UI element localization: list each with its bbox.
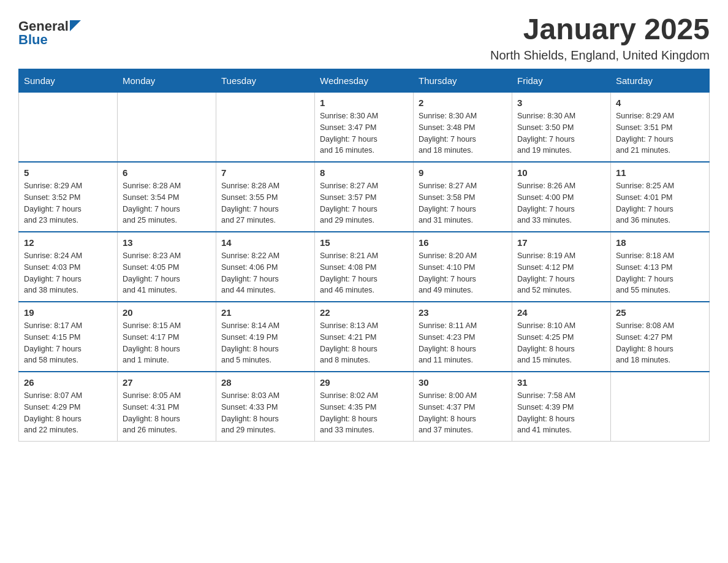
day-info: Sunrise: 8:14 AM Sunset: 4:19 PM Dayligh… [221, 320, 309, 366]
calendar-header-wednesday: Wednesday [315, 69, 414, 93]
calendar-cell: 30Sunrise: 8:00 AM Sunset: 4:37 PM Dayli… [414, 372, 512, 442]
calendar-cell: 5Sunrise: 8:29 AM Sunset: 3:52 PM Daylig… [19, 162, 118, 232]
calendar-header-tuesday: Tuesday [216, 69, 315, 93]
day-info: Sunrise: 8:18 AM Sunset: 4:13 PM Dayligh… [616, 250, 704, 296]
day-info: Sunrise: 8:28 AM Sunset: 3:54 PM Dayligh… [123, 180, 211, 226]
calendar-cell: 20Sunrise: 8:15 AM Sunset: 4:17 PM Dayli… [118, 302, 216, 372]
day-number: 9 [419, 167, 507, 178]
day-info: Sunrise: 8:19 AM Sunset: 4:12 PM Dayligh… [517, 250, 605, 296]
calendar-header-friday: Friday [512, 69, 611, 93]
calendar-cell: 24Sunrise: 8:10 AM Sunset: 4:25 PM Dayli… [512, 302, 611, 372]
calendar-cell [19, 93, 118, 163]
day-info: Sunrise: 8:21 AM Sunset: 4:08 PM Dayligh… [320, 250, 408, 296]
calendar-cell [118, 93, 216, 163]
svg-marker-0 [70, 20, 81, 31]
day-number: 4 [616, 98, 704, 108]
day-number: 17 [517, 237, 605, 248]
day-number: 16 [419, 237, 507, 248]
day-number: 10 [517, 167, 605, 178]
day-info: Sunrise: 8:05 AM Sunset: 4:31 PM Dayligh… [123, 390, 211, 436]
day-number: 20 [123, 307, 211, 318]
day-number: 27 [123, 377, 211, 388]
day-info: Sunrise: 8:26 AM Sunset: 4:00 PM Dayligh… [517, 180, 605, 226]
day-number: 25 [616, 307, 704, 318]
calendar-cell [611, 372, 710, 442]
day-info: Sunrise: 8:08 AM Sunset: 4:27 PM Dayligh… [616, 320, 704, 366]
day-info: Sunrise: 8:25 AM Sunset: 4:01 PM Dayligh… [616, 180, 704, 226]
calendar-cell: 13Sunrise: 8:23 AM Sunset: 4:05 PM Dayli… [118, 232, 216, 302]
day-info: Sunrise: 8:22 AM Sunset: 4:06 PM Dayligh… [221, 250, 309, 296]
calendar-cell: 9Sunrise: 8:27 AM Sunset: 3:58 PM Daylig… [414, 162, 512, 232]
day-number: 1 [320, 98, 408, 108]
day-number: 29 [320, 377, 408, 388]
calendar-cell: 8Sunrise: 8:27 AM Sunset: 3:57 PM Daylig… [315, 162, 414, 232]
calendar-cell: 3Sunrise: 8:30 AM Sunset: 3:50 PM Daylig… [512, 93, 611, 163]
day-info: Sunrise: 8:30 AM Sunset: 3:47 PM Dayligh… [320, 110, 408, 156]
calendar-cell: 10Sunrise: 8:26 AM Sunset: 4:00 PM Dayli… [512, 162, 611, 232]
calendar-week-row: 12Sunrise: 8:24 AM Sunset: 4:03 PM Dayli… [19, 232, 710, 302]
day-number: 19 [24, 307, 112, 318]
day-info: Sunrise: 8:10 AM Sunset: 4:25 PM Dayligh… [517, 320, 605, 366]
day-number: 2 [419, 98, 507, 108]
calendar-cell: 1Sunrise: 8:30 AM Sunset: 3:47 PM Daylig… [315, 93, 414, 163]
calendar-cell: 29Sunrise: 8:02 AM Sunset: 4:35 PM Dayli… [315, 372, 414, 442]
calendar-week-row: 1Sunrise: 8:30 AM Sunset: 3:47 PM Daylig… [19, 93, 710, 163]
day-number: 12 [24, 237, 112, 248]
day-number: 8 [320, 167, 408, 178]
day-number: 15 [320, 237, 408, 248]
calendar-cell: 17Sunrise: 8:19 AM Sunset: 4:12 PM Dayli… [512, 232, 611, 302]
day-number: 18 [616, 237, 704, 248]
day-info: Sunrise: 8:23 AM Sunset: 4:05 PM Dayligh… [123, 250, 211, 296]
calendar-cell: 26Sunrise: 8:07 AM Sunset: 4:29 PM Dayli… [19, 372, 118, 442]
day-info: Sunrise: 8:27 AM Sunset: 3:57 PM Dayligh… [320, 180, 408, 226]
logo: General Blue [18, 18, 81, 48]
day-info: Sunrise: 8:13 AM Sunset: 4:21 PM Dayligh… [320, 320, 408, 366]
day-info: Sunrise: 8:02 AM Sunset: 4:35 PM Dayligh… [320, 390, 408, 436]
logo-blue-text: Blue [18, 32, 48, 48]
day-number: 22 [320, 307, 408, 318]
calendar-header-saturday: Saturday [611, 69, 710, 93]
day-info: Sunrise: 8:20 AM Sunset: 4:10 PM Dayligh… [419, 250, 507, 296]
day-number: 13 [123, 237, 211, 248]
day-number: 23 [419, 307, 507, 318]
day-number: 6 [123, 167, 211, 178]
calendar-cell: 2Sunrise: 8:30 AM Sunset: 3:48 PM Daylig… [414, 93, 512, 163]
header: General Blue January 2025 North Shields,… [18, 12, 710, 63]
calendar-cell: 31Sunrise: 7:58 AM Sunset: 4:39 PM Dayli… [512, 372, 611, 442]
calendar-cell: 7Sunrise: 8:28 AM Sunset: 3:55 PM Daylig… [216, 162, 315, 232]
calendar-week-row: 5Sunrise: 8:29 AM Sunset: 3:52 PM Daylig… [19, 162, 710, 232]
day-info: Sunrise: 8:27 AM Sunset: 3:58 PM Dayligh… [419, 180, 507, 226]
day-info: Sunrise: 8:15 AM Sunset: 4:17 PM Dayligh… [123, 320, 211, 366]
logo-triangle-icon [70, 20, 81, 31]
calendar-cell: 18Sunrise: 8:18 AM Sunset: 4:13 PM Dayli… [611, 232, 710, 302]
calendar-cell: 11Sunrise: 8:25 AM Sunset: 4:01 PM Dayli… [611, 162, 710, 232]
calendar-cell: 19Sunrise: 8:17 AM Sunset: 4:15 PM Dayli… [19, 302, 118, 372]
day-number: 11 [616, 167, 704, 178]
calendar-cell: 14Sunrise: 8:22 AM Sunset: 4:06 PM Dayli… [216, 232, 315, 302]
day-info: Sunrise: 8:30 AM Sunset: 3:50 PM Dayligh… [517, 110, 605, 156]
day-info: Sunrise: 8:03 AM Sunset: 4:33 PM Dayligh… [221, 390, 309, 436]
day-info: Sunrise: 8:29 AM Sunset: 3:51 PM Dayligh… [616, 110, 704, 156]
subtitle: North Shields, England, United Kingdom [490, 48, 710, 63]
day-number: 24 [517, 307, 605, 318]
calendar-cell [216, 93, 315, 163]
calendar-cell: 21Sunrise: 8:14 AM Sunset: 4:19 PM Dayli… [216, 302, 315, 372]
calendar-header-sunday: Sunday [19, 69, 118, 93]
day-info: Sunrise: 8:28 AM Sunset: 3:55 PM Dayligh… [221, 180, 309, 226]
day-info: Sunrise: 8:11 AM Sunset: 4:23 PM Dayligh… [419, 320, 507, 366]
calendar-header-thursday: Thursday [414, 69, 512, 93]
calendar-cell: 16Sunrise: 8:20 AM Sunset: 4:10 PM Dayli… [414, 232, 512, 302]
calendar-cell: 4Sunrise: 8:29 AM Sunset: 3:51 PM Daylig… [611, 93, 710, 163]
day-number: 26 [24, 377, 112, 388]
calendar-cell: 22Sunrise: 8:13 AM Sunset: 4:21 PM Dayli… [315, 302, 414, 372]
day-info: Sunrise: 8:17 AM Sunset: 4:15 PM Dayligh… [24, 320, 112, 366]
calendar: SundayMondayTuesdayWednesdayThursdayFrid… [18, 69, 710, 442]
day-info: Sunrise: 8:29 AM Sunset: 3:52 PM Dayligh… [24, 180, 112, 226]
calendar-cell: 27Sunrise: 8:05 AM Sunset: 4:31 PM Dayli… [118, 372, 216, 442]
calendar-cell: 23Sunrise: 8:11 AM Sunset: 4:23 PM Dayli… [414, 302, 512, 372]
day-info: Sunrise: 8:24 AM Sunset: 4:03 PM Dayligh… [24, 250, 112, 296]
day-number: 31 [517, 377, 605, 388]
calendar-header-monday: Monday [118, 69, 216, 93]
calendar-week-row: 19Sunrise: 8:17 AM Sunset: 4:15 PM Dayli… [19, 302, 710, 372]
calendar-week-row: 26Sunrise: 8:07 AM Sunset: 4:29 PM Dayli… [19, 372, 710, 442]
